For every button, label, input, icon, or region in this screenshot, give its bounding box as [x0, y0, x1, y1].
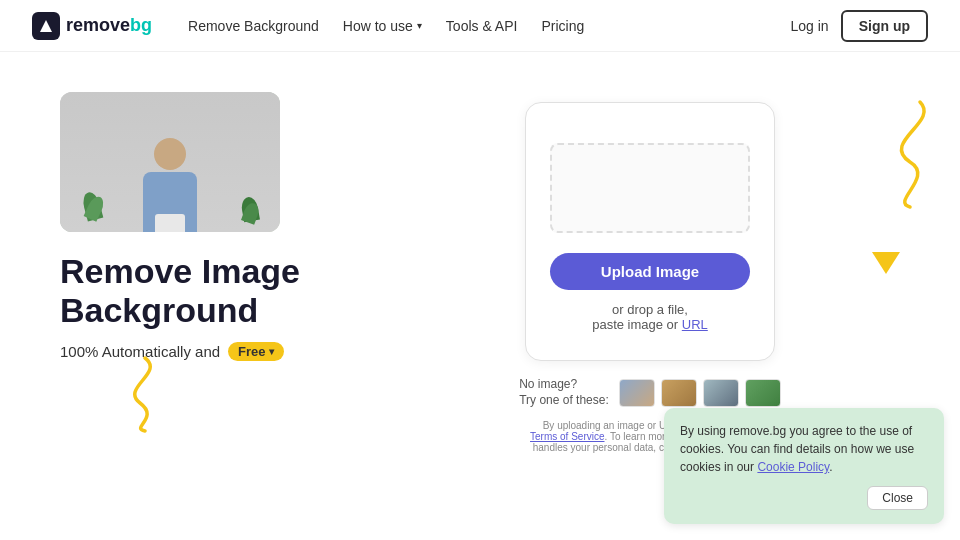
- nav-links: Remove Background How to use ▾ Tools & A…: [188, 18, 790, 34]
- login-button[interactable]: Log in: [791, 18, 829, 34]
- sample-thumb-3[interactable]: [703, 379, 739, 407]
- hero-image-bg: [60, 92, 280, 232]
- plant-right: [240, 197, 260, 232]
- sample-thumb-4[interactable]: [745, 379, 781, 407]
- sample-thumb-2[interactable]: [661, 379, 697, 407]
- person-head: [154, 138, 186, 170]
- logo-text: removebg: [66, 15, 152, 36]
- sample-label: No image? Try one of these:: [519, 377, 609, 408]
- nav-link-pricing[interactable]: Pricing: [541, 18, 584, 34]
- nav-link-remove-background[interactable]: Remove Background: [188, 18, 319, 34]
- nav-link-tools-api[interactable]: Tools & API: [446, 18, 518, 34]
- nav-actions: Log in Sign up: [791, 10, 928, 42]
- free-badge: Free: [228, 342, 283, 361]
- cookie-close-button[interactable]: Close: [867, 486, 928, 510]
- paste-prefix: paste image or: [592, 317, 678, 332]
- person-figure: [143, 138, 197, 232]
- sample-thumb-1[interactable]: [619, 379, 655, 407]
- logo[interactable]: removebg: [32, 12, 152, 40]
- url-link[interactable]: URL: [682, 317, 708, 332]
- squiggle-bottom-decoration: [110, 353, 180, 433]
- main-content: Remove Image Background 100% Automatical…: [0, 52, 960, 453]
- upload-card: Upload Image or drop a file, paste image…: [525, 102, 775, 361]
- upload-drop-area[interactable]: [550, 143, 750, 233]
- nav-link-how-to-use[interactable]: How to use ▾: [343, 18, 422, 34]
- squiggle-top-decoration: [860, 92, 940, 212]
- plant-left: [80, 192, 104, 232]
- cookie-banner: By using remove.bg you agree to the use …: [664, 408, 944, 524]
- sample-section: No image? Try one of these:: [519, 377, 781, 408]
- main-headline: Remove Image Background: [60, 252, 400, 330]
- hero-section: Remove Image Background 100% Automatical…: [60, 92, 400, 361]
- cookie-policy-link[interactable]: Cookie Policy: [757, 460, 829, 474]
- upload-section: Upload Image or drop a file, paste image…: [400, 92, 900, 453]
- hero-image: [60, 92, 280, 232]
- held-item: [155, 214, 185, 232]
- cookie-text: By using remove.bg you agree to the use …: [680, 422, 928, 476]
- upload-button[interactable]: Upload Image: [550, 253, 750, 290]
- person-body: [143, 172, 197, 232]
- logo-icon: [32, 12, 60, 40]
- chevron-down-icon: ▾: [417, 20, 422, 31]
- signup-button[interactable]: Sign up: [841, 10, 928, 42]
- tos-link[interactable]: Terms of Service: [530, 431, 604, 442]
- triangle-decoration: [872, 252, 900, 274]
- navigation: removebg Remove Background How to use ▾ …: [0, 0, 960, 52]
- sample-images: [619, 379, 781, 407]
- drop-text: or drop a file, paste image or URL: [592, 302, 708, 332]
